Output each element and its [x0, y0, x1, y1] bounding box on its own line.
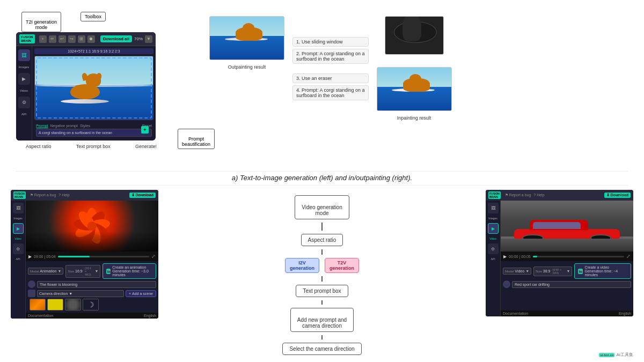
prompt-input-right[interactable]: Red sport car drifting: [512, 281, 631, 288]
inpainting-result-label: Inpainting result: [397, 115, 431, 121]
v-logo-left: FUSION BRAIN: [13, 191, 26, 199]
chevron-down-icon[interactable]: ▼: [145, 35, 152, 43]
step-4-label: 4. Prompt: A corgi standing on a surfboa…: [292, 85, 369, 100]
v-main-right: 🖼 Images ▶ Video ⚙ API: [486, 201, 633, 316]
step-3-label: 3. Use an eraser: [292, 73, 369, 83]
v-controls-left: Model Animation ▼ Size 16:9 (314 × 482) …: [26, 261, 158, 313]
prompt-input[interactable]: A corgi standing on a surfboard in the o…: [36, 129, 152, 137]
undo-icon[interactable]: ↩: [58, 35, 66, 43]
thumb-dark-circle[interactable]: [65, 299, 81, 311]
car-video-preview[interactable]: [501, 201, 633, 252]
lang-label-left[interactable]: English: [144, 314, 156, 317]
edit-icon[interactable]: ✏: [49, 35, 56, 43]
canvas-area[interactable]: [34, 56, 153, 120]
sidebar-label-video: Video: [20, 89, 28, 92]
sidebar-icon-video[interactable]: ▶: [18, 73, 30, 85]
connector-v1: [321, 223, 323, 231]
v-sidebar-video-icon-r[interactable]: ▶: [488, 223, 499, 234]
v-bottom-bar-left: Documentation English: [26, 313, 158, 319]
report-bug-link-left[interactable]: ⚑ Report a bug: [30, 193, 56, 197]
i2v-panel: FUSION BRAIN ⚑ Report a bug ? Help ⬇ Dow…: [11, 190, 158, 319]
thumb-crescent[interactable]: ☽: [83, 299, 99, 311]
step-1-label: 1. Use sliding window: [292, 37, 369, 47]
size-select-right[interactable]: Size 38:9 (640 × 384) ▼: [533, 267, 572, 276]
thumb-tiger[interactable]: [30, 299, 46, 311]
v-sidebar-images-icon-r[interactable]: 🖼: [488, 203, 499, 213]
v-sidebar-right: 🖼 Images ▶ Video ⚙ API: [486, 201, 501, 316]
toolbox-label: Toolbox: [80, 12, 106, 21]
text-prompt-box-label-bottom: Text prompt box: [296, 285, 348, 297]
text-prompt-box-label: Text prompt box: [76, 144, 111, 149]
prompt-input-left[interactable]: The flower is blooming: [37, 281, 156, 288]
expand-icon-r[interactable]: ⤢: [626, 254, 631, 259]
i2v-generation-badge: I2V generation: [285, 258, 319, 273]
bottom-labels-row: Aspect ratio Text prompt box Generate!: [16, 144, 166, 149]
fusion-toolbar: FUSION BRAIN + ✏ ↩ ↪ ⊞ ⏺ Download all 70…: [16, 32, 156, 46]
generate-label: Generate!: [135, 144, 157, 149]
download-button-right[interactable]: ⬇ Download: [604, 193, 631, 198]
create-animation-button[interactable]: 🎬 Create an animation Generation time: ~…: [103, 263, 156, 279]
doc-label-left[interactable]: Documentation: [28, 314, 53, 317]
prompt-tabs: Prompt Negative prompt Styles Reset: [36, 124, 152, 128]
help-link-left[interactable]: ? Help: [58, 193, 69, 197]
report-bug-link-right[interactable]: ⚑ Report a bug: [505, 193, 531, 197]
v-controls-right: Model Video ▼ Size 38:9 (640 × 384) ▼: [501, 261, 633, 311]
t2v-generation-badge: T2V generation: [325, 258, 359, 273]
camera-row-left: Camera direction ▼ + Add a scene: [28, 290, 156, 297]
v-sidebar-video-label-r: Video: [489, 237, 496, 240]
camera-select-left[interactable]: Camera direction ▼: [37, 290, 124, 297]
prompt-tab-prompt[interactable]: Prompt: [36, 124, 48, 128]
create-video-button[interactable]: 🎬 Create a video Generation time: ~4 min…: [574, 263, 631, 279]
model-select-left[interactable]: Model Animation ▼: [28, 268, 63, 275]
left-sidebar: 🖼 Images ▶ Video ⚙ API: [16, 46, 32, 141]
generate-plus-button[interactable]: +: [141, 126, 149, 134]
inpainting-intermediate-image: [385, 16, 444, 55]
doc-label-right[interactable]: Documentation: [503, 312, 528, 315]
prompt-tab-styles[interactable]: Styles: [80, 124, 90, 128]
animation-icon: 🎬: [106, 269, 111, 274]
timer-icon[interactable]: ⏺: [87, 35, 95, 43]
connector-v2: [321, 249, 323, 255]
help-link-right[interactable]: ? Help: [533, 193, 544, 197]
flower-video-preview[interactable]: [26, 201, 158, 252]
size-select-left[interactable]: Size 16:9 (314 × 482) ▼: [65, 265, 100, 278]
v-sidebar-api-icon-r[interactable]: ⚙: [488, 243, 499, 254]
timeline-bar-left[interactable]: [58, 256, 149, 257]
sidebar-label-api: API: [21, 113, 27, 116]
zoom-level: 70%: [134, 36, 143, 41]
lang-label-right[interactable]: English: [619, 312, 631, 315]
layout-icon[interactable]: ⊞: [78, 35, 85, 43]
add-icon[interactable]: +: [39, 35, 47, 43]
model-select-right[interactable]: Model Video ▼: [503, 268, 531, 275]
redo-icon[interactable]: ↪: [68, 35, 76, 43]
profile-icon-right: [503, 280, 510, 288]
select-camera-label: Select the camera direction: [282, 343, 361, 355]
download-button-left[interactable]: ⬇ Download: [129, 193, 156, 198]
play-icon-r[interactable]: ▶: [503, 254, 507, 259]
fusion-logo: FUSION BRAIN: [19, 34, 35, 43]
v-sidebar-video-icon[interactable]: ▶: [13, 223, 24, 234]
v-content-right: ▶ 00:00 | 00:05 ⤢ Model Video: [501, 201, 633, 316]
prompt-tab-negative[interactable]: Negative prompt: [50, 124, 78, 128]
thumb-yellow[interactable]: [47, 299, 63, 311]
model-row-left: Model Animation ▼ Size 16:9 (314 × 482) …: [28, 263, 156, 279]
generation-modes-row: I2V generation T2V generation: [285, 258, 359, 273]
prompt-beautification-label: Prompt beautification: [178, 129, 215, 149]
watermark-logo: ai-bot.cn: [599, 353, 614, 357]
v-sidebar-api-label: API: [16, 257, 20, 261]
add-scene-button[interactable]: + Add a scene: [126, 290, 156, 297]
video-gen-mode-label: Video generation mode: [295, 195, 349, 219]
sidebar-icon-images[interactable]: 🖼: [18, 49, 30, 61]
expand-icon[interactable]: ⤢: [151, 254, 156, 259]
timeline-time-right: 00:00 | 00:05: [509, 255, 531, 258]
download-all-button[interactable]: Download all: [100, 35, 132, 42]
v-sidebar-images-icon[interactable]: 🖼: [13, 203, 24, 213]
play-icon[interactable]: ▶: [28, 254, 32, 259]
v-sidebar-api-icon[interactable]: ⚙: [13, 243, 24, 254]
v-main-left: 🖼 Images ▶ Video ⚙ API: [11, 201, 158, 319]
t2i-mode-label: T2I generation mode: [21, 12, 61, 32]
prompt-text: A corgi standing on a surfboard in the o…: [39, 131, 112, 135]
timeline-bar-right[interactable]: [533, 256, 624, 257]
sidebar-icon-api[interactable]: ⚙: [18, 97, 30, 108]
sidebar-label-images: Images: [19, 65, 30, 69]
